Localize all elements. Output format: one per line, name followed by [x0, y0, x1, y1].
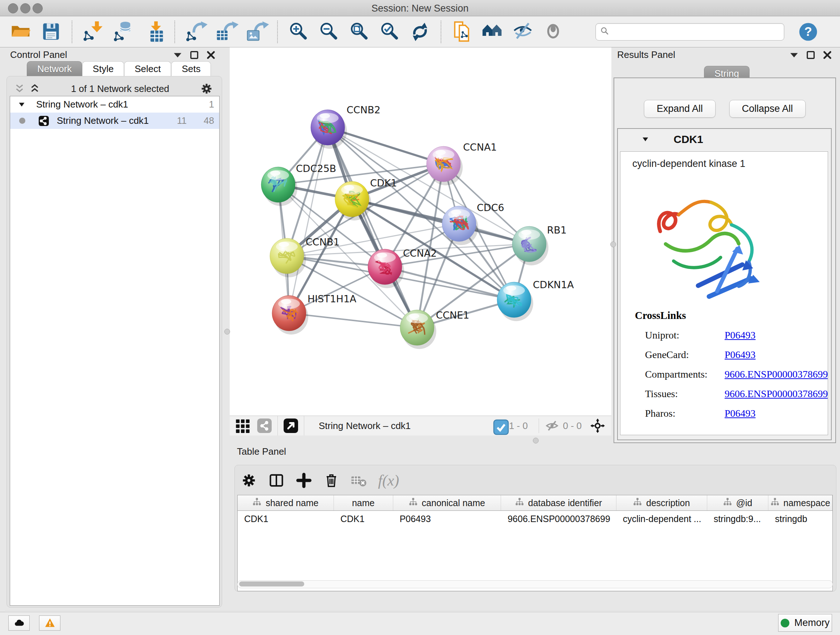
fit-content-icon[interactable] — [591, 418, 605, 433]
table-horizontal-scrollbar[interactable] — [237, 580, 833, 588]
left-splitter-handle[interactable] — [224, 329, 230, 334]
node-result-header[interactable]: CDK1 — [618, 129, 831, 150]
node-label-CDC6: CDC6 — [477, 202, 504, 213]
zoom-fit-content-button[interactable] — [348, 21, 370, 43]
collapse-all-icon[interactable] — [14, 83, 25, 94]
table-cell[interactable]: CDK1 — [334, 511, 393, 527]
node-HIST1H1A[interactable]: HIST1H1A — [272, 293, 357, 334]
table-cell[interactable]: stringdb:9... — [707, 511, 769, 527]
collapse-all-button[interactable]: Collapse All — [729, 100, 806, 118]
toolbar-groups — [0, 21, 574, 43]
network-collection-label: String Network – cdk1 — [36, 99, 192, 110]
horizontal-splitter-handle[interactable] — [533, 438, 538, 443]
tab-network[interactable]: Network — [27, 61, 82, 76]
network-graph[interactable]: CCNB2 CCNA1 CDC25B CDK1 CDC6 RB1 — [230, 48, 611, 416]
expand-all-button[interactable]: Expand All — [644, 100, 715, 118]
new-network-from-selection-button[interactable] — [451, 21, 473, 43]
memory-button[interactable]: Memory — [778, 614, 832, 632]
table-cell[interactable]: P06493 — [393, 511, 501, 527]
zoom-out-button[interactable] — [317, 21, 340, 43]
export-table-button[interactable] — [215, 21, 237, 43]
open-external-icon[interactable] — [284, 418, 298, 433]
import-table-from-file-button[interactable] — [142, 21, 165, 43]
panel-float-icon[interactable] — [189, 50, 200, 60]
tab-select[interactable]: Select — [124, 61, 171, 76]
split-table-icon[interactable] — [268, 472, 285, 489]
open-session-button[interactable] — [9, 21, 32, 43]
entry-expander-icon[interactable] — [641, 135, 650, 144]
save-session-button[interactable] — [40, 21, 62, 43]
import-network-from-file-button[interactable] — [82, 21, 104, 43]
network-collection-row[interactable]: String Network – cdk1 1 — [10, 96, 219, 112]
node-CCNA1[interactable]: CCNA1 — [426, 141, 497, 185]
search-input[interactable] — [610, 26, 780, 37]
column-header-database-identifier[interactable]: database identifier — [501, 495, 616, 510]
column-header-name[interactable]: name — [334, 495, 393, 510]
node-table[interactable]: shared namenamecanonical namedatabase id… — [237, 495, 833, 591]
delete-icon[interactable] — [323, 472, 340, 489]
export-network-button[interactable] — [185, 21, 207, 43]
hidden-eye-icon[interactable] — [545, 418, 559, 433]
warning-button[interactable] — [39, 616, 60, 631]
table-cell[interactable]: stringdb — [768, 511, 832, 527]
share-view-icon[interactable] — [257, 418, 272, 433]
first-neighbors-button[interactable] — [481, 21, 504, 43]
network-options-gear-icon[interactable] — [200, 82, 213, 95]
add-icon[interactable] — [295, 472, 312, 489]
panel-menu-icon[interactable] — [789, 50, 799, 60]
zoom-in-button[interactable] — [287, 21, 309, 43]
table-cell[interactable]: cyclin-dependent ... — [616, 511, 707, 527]
panel-close-icon[interactable] — [822, 50, 833, 60]
refresh-view-button[interactable] — [409, 21, 431, 43]
clear-table-icon — [351, 472, 367, 489]
export-image-button[interactable] — [245, 21, 268, 43]
column-header--id[interactable]: @id — [707, 495, 769, 510]
current-network-name: String Network – cdk1 — [319, 420, 489, 432]
panel-float-icon[interactable] — [805, 50, 816, 60]
crosslink-link[interactable]: 9606.ENSP00000378699 — [725, 388, 828, 399]
crosslink-link[interactable]: P06493 — [725, 329, 756, 340]
crosslink-link[interactable]: P06493 — [725, 349, 756, 360]
zoom-selected-button[interactable] — [378, 21, 401, 43]
column-header-shared-name[interactable]: shared name — [238, 495, 334, 510]
panel-menu-icon[interactable] — [172, 50, 183, 60]
tab-sets[interactable]: Sets — [171, 61, 211, 76]
attribute-type-icon — [515, 497, 524, 508]
edge-count: 48 — [192, 115, 214, 126]
network-view[interactable]: CCNB2 CCNA1 CDC25B CDK1 CDC6 RB1 — [230, 47, 611, 435]
search-box[interactable] — [595, 23, 784, 41]
column-header-canonical-name[interactable]: canonical name — [393, 495, 501, 510]
table-cell[interactable]: CDK1 — [238, 511, 334, 527]
tab-style[interactable]: Style — [82, 61, 124, 76]
tree-expander-icon[interactable] — [17, 100, 26, 109]
crosslink-row: Tissues:9606.ENSP00000378699 — [635, 388, 828, 400]
node-CDKN1A[interactable]: CDKN1A — [497, 279, 574, 321]
edge-HIST1H1A-CCNE1[interactable] — [289, 313, 417, 328]
selected-check-icon[interactable] — [494, 420, 505, 432]
expand-all-icon[interactable] — [29, 83, 40, 94]
node-CDK1[interactable]: CDK1 — [335, 177, 397, 220]
hide-selected-button[interactable] — [512, 21, 534, 43]
edge-CCNB2-HIST1H1A[interactable] — [289, 127, 328, 313]
crosslink-link[interactable]: 9606.ENSP00000378699 — [725, 369, 828, 380]
cloud-button[interactable] — [8, 616, 30, 631]
node-RB1[interactable]: RB1 — [512, 225, 567, 265]
grid-view-icon[interactable] — [235, 418, 250, 433]
column-header-namespace[interactable]: namespace — [768, 495, 832, 510]
table-cell[interactable]: 9606.ENSP00000378699 — [501, 511, 616, 527]
right-splitter-handle[interactable] — [610, 241, 616, 247]
help-button[interactable]: ? — [798, 22, 818, 42]
node-CCNB2[interactable]: CCNB2 — [311, 104, 381, 149]
node-CCNB1[interactable]: CCNB1 — [270, 236, 340, 277]
column-header-description[interactable]: description — [616, 495, 707, 510]
import-network-from-database-button[interactable] — [112, 21, 134, 43]
hidden-counts: 0 - 0 — [563, 420, 582, 432]
scrollbar-thumb[interactable] — [239, 581, 304, 586]
table-row[interactable]: CDK1CDK1P064939606.ENSP00000378699cyclin… — [238, 511, 832, 527]
column-settings-icon[interactable] — [240, 472, 257, 489]
show-all-button[interactable] — [542, 21, 564, 43]
crosslink-label: Pharos: — [645, 408, 725, 419]
panel-close-icon[interactable] — [205, 50, 216, 60]
crosslink-link[interactable]: P06493 — [725, 408, 756, 419]
network-row[interactable]: String Network – cdk1 11 48 — [10, 112, 219, 129]
